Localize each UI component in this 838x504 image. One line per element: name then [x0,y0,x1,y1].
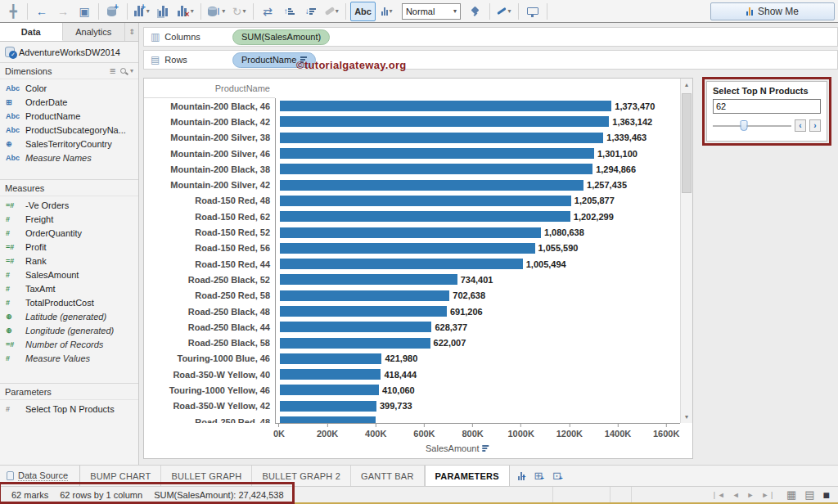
bar-mark[interactable] [280,274,457,285]
row-label[interactable]: Road-250 Red, 48 [144,417,275,423]
row-label[interactable]: Road-250 Black, 58 [144,338,275,348]
field--ve-orders[interactable]: =#-Ve Orders [0,198,138,212]
bar-mark[interactable] [280,180,583,191]
swap-rows-columns-button[interactable]: ⇄ [258,2,277,21]
bar-mark[interactable] [280,148,594,159]
sheet-tab-gantt-bar[interactable]: GANTT BAR [351,466,425,486]
rows-shelf[interactable]: ▤ Rows ProductName [143,50,838,70]
row-label[interactable]: Mountain-200 Black, 38 [144,164,275,174]
sort-ascending-button[interactable]: ↑ [279,2,299,21]
new-dashboard-tab-button[interactable]: ⊞+ [534,470,544,482]
active-view-icon[interactable]: ■ [823,488,830,502]
tab-data[interactable]: Data [0,23,63,41]
field-freight[interactable]: #Freight [0,212,138,226]
first-sheet-button[interactable]: ❘◄ [711,491,724,499]
bar-mark[interactable] [280,306,447,317]
row-label[interactable]: Touring-1000 Yellow, 46 [144,385,275,395]
save-button[interactable]: ▣ [74,2,94,21]
bar-mark[interactable] [280,369,381,380]
field-productsubcategoryna-[interactable]: AbcProductSubcategoryNa... [0,123,138,137]
bar-mark[interactable] [280,133,603,143]
bar-mark[interactable] [280,385,379,395]
show-sheet-tabs-icon[interactable]: ▦ [786,488,796,501]
sheet-tab-parameters[interactable]: PARAMETERS [425,466,510,486]
show-me-button[interactable]: Show Me [710,2,835,20]
row-label[interactable]: Road-150 Red, 62 [144,212,275,222]
bar-mark[interactable] [280,243,535,254]
new-story-tab-button[interactable]: ⊡+ [552,470,563,482]
row-label[interactable]: Road-250 Black, 48 [144,307,275,317]
new-worksheet-button[interactable]: +▾ [132,2,152,21]
show-filmstrip-icon[interactable]: ▤ [804,488,814,501]
field-taxamt[interactable]: #TaxAmt [0,281,138,295]
field-orderdate[interactable]: ⊞OrderDate [0,95,138,109]
presentation-mode-button[interactable] [523,2,543,21]
datasource-row[interactable]: AdventureWorksDW2014 [0,42,138,62]
sheet-tab-bullet-graph-2[interactable]: BULLET GRAPH 2 [252,466,351,486]
sort-descending-button[interactable]: ↓ [300,2,320,21]
clear-sheet-button[interactable]: ×▾ [175,2,196,21]
field-totalproductcost[interactable]: #TotalProductCost [0,295,138,309]
previous-sheet-button[interactable]: ◄ [732,491,740,499]
parameter-slider[interactable] [713,125,791,127]
show-mark-labels-button[interactable]: Abc [350,2,376,21]
annotate-button[interactable]: ▾ [494,2,514,21]
fix-axes-button[interactable] [466,2,485,21]
field-latitude-generated-[interactable]: ⊕Latitude (generated) [0,309,138,323]
duplicate-sheet-button[interactable] [154,2,173,21]
bar-mark[interactable] [280,164,592,174]
row-label[interactable]: Mountain-200 Black, 46 [144,101,275,111]
scroll-up-icon[interactable]: ▴ [681,79,692,91]
tab-data-source[interactable]: Data Source [0,466,80,486]
bar-mark[interactable] [280,101,611,111]
sheet-tab-bullet-graph[interactable]: BULLET GRAPH [161,466,252,486]
pane-toggle-icon[interactable]: ⇕ [125,23,138,41]
new-worksheet-tab-button[interactable]: + [518,472,526,480]
parameter-value-input[interactable] [713,99,821,114]
bar-mark[interactable] [280,290,449,301]
field-number-of-records[interactable]: =#Number of Records [0,337,138,351]
bar-mark[interactable] [280,196,571,206]
redo-button[interactable]: → [53,2,73,21]
fit-dropdown[interactable]: Normal▾ [402,3,461,20]
field-salesterritorycountry[interactable]: ⊕SalesTerritoryCountry [0,137,138,151]
scrollbar-thumb[interactable] [682,93,692,193]
field-rank[interactable]: =#Rank [0,254,138,268]
bar-mark[interactable] [280,353,382,364]
row-label[interactable]: Road-250 Red, 58 [144,290,275,300]
search-icon[interactable] [120,68,126,74]
bar-mark[interactable] [280,322,431,332]
field-longitude-generated-[interactable]: ⊕Longitude (generated) [0,323,138,337]
columns-shelf[interactable]: ▥ Columns SUM(SalesAmount) [143,27,838,47]
run-update-button[interactable]: ↻▾ [229,2,249,21]
slider-thumb[interactable] [741,120,748,131]
row-label[interactable]: Road-150 Red, 44 [144,259,275,269]
vertical-scrollbar[interactable]: ▴ ▾ [680,79,692,423]
row-label[interactable]: Mountain-200 Silver, 38 [144,133,275,142]
field-color[interactable]: AbcColor [0,81,138,95]
field-productname[interactable]: AbcProductName [0,109,138,123]
pause-auto-updates-button[interactable]: ❘❘▾ [205,2,228,21]
row-label[interactable]: Road-350-W Yellow, 42 [144,401,275,411]
fit-button[interactable]: ▾ [377,2,397,21]
row-label[interactable]: Road-250 Black, 52 [144,275,275,285]
undo-button[interactable]: ← [32,2,52,21]
tab-analytics[interactable]: Analytics [63,23,126,41]
field-measure-names[interactable]: AbcMeasure Names [0,151,138,164]
highlight-button[interactable]: ▾ [322,2,341,21]
bar-mark[interactable] [280,259,523,269]
row-label[interactable]: Road-150 Red, 56 [144,243,275,253]
row-label[interactable]: Mountain-200 Black, 42 [144,117,275,127]
field-orderquantity[interactable]: #OrderQuantity [0,226,138,240]
field-salesamount[interactable]: #SalesAmount [0,268,138,281]
row-label[interactable]: Road-350-W Yellow, 40 [144,370,275,380]
bar-mark[interactable] [280,401,376,412]
row-label[interactable]: Touring-1000 Blue, 46 [144,353,275,363]
chevron-down-icon[interactable]: ▾ [130,67,133,74]
bar-mark[interactable] [280,227,541,238]
bar-mark[interactable] [280,116,609,127]
add-data-source-button[interactable]: + [103,2,123,21]
bar-mark[interactable] [280,338,430,349]
parameter-decrement-button[interactable]: ‹ [795,119,806,132]
field-measure-values[interactable]: #Measure Values [0,351,138,365]
